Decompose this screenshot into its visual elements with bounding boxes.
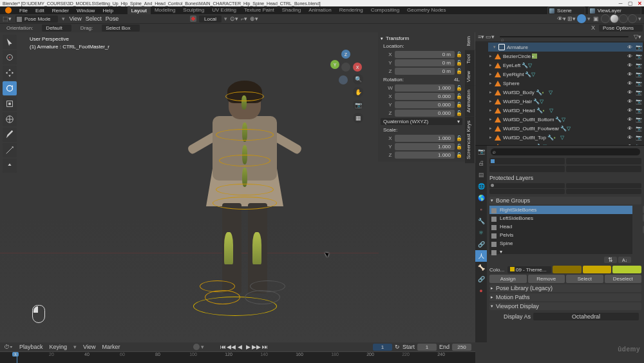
properties-search-input[interactable] bbox=[491, 148, 640, 155]
lock-icon[interactable]: 🔓 bbox=[456, 60, 462, 66]
prop-tab-object[interactable]: ▫ bbox=[475, 204, 487, 215]
rotate-tool[interactable] bbox=[3, 81, 17, 95]
timeline-type-icon[interactable]: ⏱▾ bbox=[4, 344, 13, 350]
workspace-tab-modeling[interactable]: Modeling bbox=[151, 6, 179, 15]
npanel-tab-anim[interactable]: Animation bbox=[465, 86, 475, 117]
orientation-select[interactable]: Default bbox=[42, 25, 71, 32]
viewlayer-selector[interactable]: ViewLayer bbox=[588, 6, 641, 15]
transform-panel-header[interactable]: Transform bbox=[378, 35, 465, 42]
bone-group-moveup-button[interactable]: ⇅ bbox=[604, 257, 617, 263]
prop-tab-scene[interactable]: 🌐 bbox=[475, 181, 487, 192]
measure-tool[interactable] bbox=[3, 143, 17, 157]
prop-tab-world[interactable]: 🌎 bbox=[475, 192, 487, 204]
filter-icon[interactable]: ▽▾ bbox=[634, 34, 641, 40]
remove-button[interactable]: Remove bbox=[528, 275, 565, 283]
lock-icon[interactable]: 🔓 bbox=[456, 52, 462, 57]
scene-selector[interactable]: Scene bbox=[547, 6, 585, 15]
auto-range-icon[interactable]: ↻ bbox=[395, 344, 400, 350]
scale-z-field[interactable]: 1.000 bbox=[395, 152, 455, 159]
prop-tab-material[interactable]: ● bbox=[475, 285, 487, 297]
persp-icon[interactable]: ▦ bbox=[353, 113, 363, 123]
snap-icon-2[interactable]: ⌐▾ bbox=[241, 15, 247, 22]
deselect-button[interactable]: Deselect bbox=[605, 275, 642, 283]
scale-y-field[interactable]: 1.000 bbox=[395, 143, 455, 150]
bone-groups-header[interactable]: Bone Groups bbox=[489, 197, 641, 204]
outliner-search-input[interactable] bbox=[500, 36, 629, 37]
rot-z-field[interactable]: 0.000 bbox=[395, 110, 455, 117]
marker-menu[interactable]: Marker bbox=[102, 344, 120, 350]
workspace-tab-geonodes[interactable]: Geometry Nodes bbox=[403, 6, 450, 15]
jump-start-icon[interactable]: ⏮ bbox=[219, 344, 227, 350]
prop-tab-output[interactable]: 🖨 bbox=[475, 157, 487, 169]
gizmo-y-icon[interactable]: Y bbox=[330, 60, 339, 69]
jump-end-icon[interactable]: ⏭ bbox=[261, 344, 269, 350]
viewport-display-header[interactable]: Viewport Display bbox=[489, 302, 641, 310]
start-frame-field[interactable]: 1 bbox=[417, 344, 437, 351]
next-key-icon[interactable]: ▶▶ bbox=[252, 344, 260, 350]
layer-grid[interactable] bbox=[566, 158, 641, 164]
rot-mode-dropdown[interactable]: Quaternion (WXYZ)▾ bbox=[381, 118, 462, 125]
matprev-shade-icon[interactable] bbox=[619, 14, 628, 23]
camera-icon[interactable]: 📷 bbox=[353, 100, 363, 110]
solid-shade-icon[interactable] bbox=[610, 14, 619, 23]
rot-w-field[interactable]: 1.000 bbox=[395, 84, 455, 92]
npanel-tab-tool[interactable]: Tool bbox=[465, 50, 475, 68]
color-swatch-active[interactable] bbox=[612, 266, 641, 273]
outliner-item[interactable]: ▸Wolf3D_Outfit_Bottom🔧▽👁📷 bbox=[488, 115, 643, 124]
menu-help[interactable]: Help bbox=[102, 8, 113, 14]
gizmo-neg-z-icon[interactable] bbox=[339, 75, 348, 84]
npanel-tab-item[interactable]: Item bbox=[465, 32, 475, 50]
motion-paths-header[interactable]: Motion Paths bbox=[489, 293, 641, 301]
3d-viewport[interactable]: User Perspective (1) Armature : CTRL_Foo… bbox=[0, 32, 475, 342]
bone-group-item[interactable]: ▾ bbox=[489, 248, 632, 254]
bone-group-sort-button[interactable]: A↓ bbox=[618, 257, 631, 263]
keying-menu[interactable]: Keying bbox=[50, 344, 68, 350]
pan-icon[interactable]: ✋ bbox=[353, 87, 363, 97]
proportional-icon[interactable]: ⊕▾ bbox=[250, 15, 258, 22]
render-shade-icon[interactable] bbox=[628, 14, 637, 23]
outliner-item[interactable]: ▸EyeLeft🔧▽👁📷 bbox=[488, 61, 643, 70]
cursor-tool[interactable] bbox=[3, 50, 17, 64]
outliner-item[interactable]: ▸Wolf3D_Teeth🔧▽👁📷 bbox=[488, 142, 643, 145]
loc-z-field[interactable]: 0 m bbox=[395, 68, 455, 75]
extrude-tool[interactable] bbox=[3, 159, 17, 173]
transform-tool[interactable] bbox=[3, 112, 17, 126]
editor-type-icon[interactable]: ⬚▾ bbox=[3, 15, 12, 22]
view-menu[interactable]: View bbox=[69, 15, 81, 22]
gizmo-x-icon[interactable]: X bbox=[353, 63, 362, 72]
pose-menu[interactable]: Pose bbox=[106, 15, 119, 22]
workspace-tab-compositing[interactable]: Compositing bbox=[367, 6, 403, 15]
layer-grid[interactable] bbox=[566, 189, 641, 194]
outliner-item[interactable]: ▸Wolf3D_Body🔧▪▽👁📷 bbox=[488, 88, 643, 97]
layer-grid[interactable] bbox=[566, 183, 641, 188]
rot-x-field[interactable]: 0.000 bbox=[395, 93, 455, 100]
outliner-item[interactable]: ▸Wolf3D_Hair🔧▽👁📷 bbox=[488, 97, 643, 106]
outliner-item[interactable]: ▸Wolf3D_Outfit_Footwear🔧▽👁📷 bbox=[488, 124, 643, 133]
pose-library-header[interactable]: Pose Library (Legacy) bbox=[489, 284, 641, 292]
bone-group-item[interactable]: Pelvis bbox=[489, 231, 632, 239]
select-tool[interactable] bbox=[3, 35, 17, 49]
outliner-item[interactable]: ▸Wolf3D_Outfit_Top🔧▪▽👁📷 bbox=[488, 133, 643, 142]
display-as-dropdown[interactable]: Octahedral bbox=[533, 313, 639, 320]
play-icon[interactable]: ▶ bbox=[244, 344, 252, 350]
layer-grid[interactable] bbox=[566, 166, 641, 172]
drag-select[interactable]: Select Box bbox=[102, 25, 139, 32]
end-frame-field[interactable]: 250 bbox=[452, 344, 471, 351]
prop-tab-viewlayer[interactable]: ▤ bbox=[475, 169, 487, 181]
prop-tab-render[interactable]: 📷 bbox=[475, 146, 487, 157]
prop-tab-armature[interactable]: 人 bbox=[475, 250, 487, 262]
loc-x-field[interactable]: 0 m bbox=[395, 51, 455, 58]
workspace-tab-texturepaint[interactable]: Texture Paint bbox=[240, 6, 278, 15]
bone-group-item[interactable]: RightSideBones bbox=[489, 206, 632, 214]
assign-button[interactable]: Assign bbox=[489, 275, 527, 283]
orientation-dropdown[interactable]: Local bbox=[199, 15, 222, 23]
mirror-x-icon[interactable]: X bbox=[589, 24, 598, 32]
workspace-tab-animation[interactable]: Animation bbox=[305, 6, 336, 15]
outliner-item[interactable]: ▸BezierCircle▪👁📷 bbox=[488, 52, 643, 61]
annotate-tool[interactable] bbox=[3, 128, 17, 142]
maximize-icon[interactable]: ▢ bbox=[627, 1, 633, 6]
gizmo-icon[interactable]: ⊞▾ bbox=[567, 15, 576, 22]
xray-icon[interactable]: ▣ bbox=[592, 15, 600, 23]
menu-window[interactable]: Window bbox=[77, 8, 95, 14]
rot-lock-badge[interactable]: 4L bbox=[454, 77, 460, 83]
